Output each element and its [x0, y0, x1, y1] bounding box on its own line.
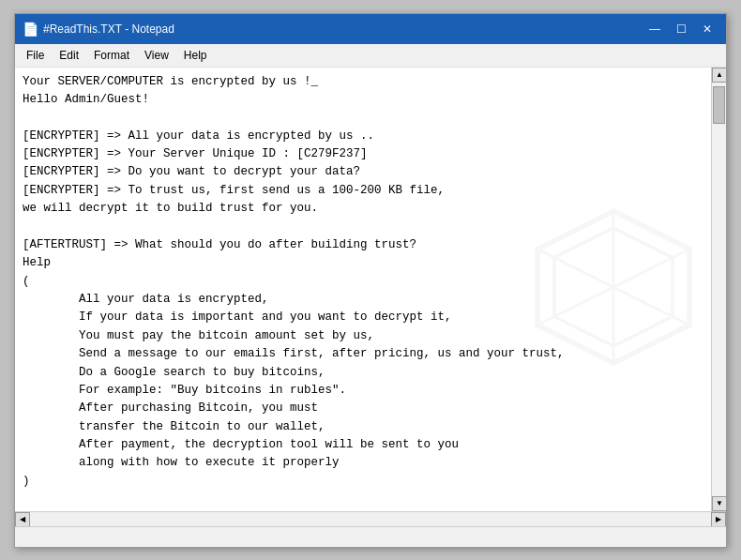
- status-bar: [15, 526, 726, 547]
- scroll-track-vertical[interactable]: [712, 83, 726, 496]
- window-title: #ReadThis.TXT - Notepad: [43, 23, 174, 36]
- menu-file[interactable]: File: [19, 46, 52, 65]
- content-area: ▲ ▼: [15, 68, 726, 511]
- menu-edit[interactable]: Edit: [52, 46, 86, 65]
- window-controls: — ☐ ✕: [643, 20, 718, 38]
- close-button[interactable]: ✕: [696, 20, 718, 38]
- app-icon: 📄: [23, 22, 38, 37]
- menu-view[interactable]: View: [137, 46, 176, 65]
- vertical-scrollbar: ▲ ▼: [711, 68, 726, 511]
- scroll-track-horizontal[interactable]: [30, 512, 711, 526]
- notepad-window: 📄 #ReadThis.TXT - Notepad — ☐ ✕ File Edi…: [14, 13, 727, 548]
- scroll-down-button[interactable]: ▼: [712, 496, 726, 511]
- minimize-button[interactable]: —: [643, 20, 666, 38]
- scroll-thumb-vertical[interactable]: [713, 86, 725, 124]
- horizontal-scrollbar: ◀ ▶: [15, 511, 726, 526]
- menu-bar: File Edit Format View Help: [15, 44, 726, 68]
- menu-format[interactable]: Format: [86, 46, 137, 65]
- scroll-left-button[interactable]: ◀: [15, 512, 30, 527]
- title-bar: 📄 #ReadThis.TXT - Notepad — ☐ ✕: [15, 14, 726, 44]
- menu-help[interactable]: Help: [176, 46, 215, 65]
- maximize-button[interactable]: ☐: [670, 20, 692, 38]
- scroll-right-button[interactable]: ▶: [711, 512, 726, 527]
- scroll-up-button[interactable]: ▲: [712, 68, 726, 83]
- title-bar-left: 📄 #ReadThis.TXT - Notepad: [23, 22, 174, 37]
- text-editor[interactable]: [15, 68, 711, 511]
